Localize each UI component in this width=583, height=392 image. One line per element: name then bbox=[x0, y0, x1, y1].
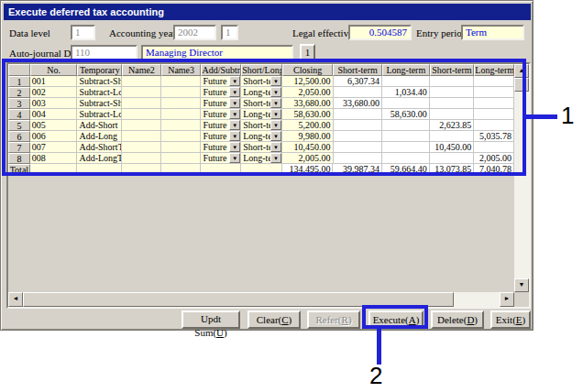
cell-long-term-2[interactable] bbox=[474, 98, 514, 109]
cell-short-term-1[interactable] bbox=[334, 153, 383, 164]
dropdown-arrow-icon[interactable]: ▼ bbox=[270, 87, 281, 97]
cell-long-term-2[interactable] bbox=[474, 87, 514, 98]
cell-add-subtract-dropdown[interactable]: Future add ▼ bbox=[201, 142, 241, 153]
cell-add-subtract-dropdown[interactable]: Future add ▼ bbox=[201, 153, 241, 164]
col-header-long-term-1[interactable]: Long-term bbox=[382, 64, 430, 76]
cell-closing[interactable]: 2,050.00 bbox=[282, 87, 334, 98]
cell-no[interactable]: 007 bbox=[30, 142, 78, 153]
dropdown-arrow-icon[interactable]: ▼ bbox=[229, 87, 240, 97]
cell-name3[interactable] bbox=[161, 109, 202, 120]
cell-add-subtract-dropdown[interactable]: Future add ▼ bbox=[201, 120, 241, 131]
col-header-short-long[interactable]: Short/Long-t bbox=[241, 64, 282, 76]
cell-short-long-dropdown[interactable]: Long-term ▼ bbox=[241, 87, 282, 98]
vertical-scroll-thumb[interactable] bbox=[514, 78, 529, 92]
row-header[interactable]: 1 bbox=[8, 76, 30, 87]
cell-short-term-1[interactable] bbox=[334, 120, 383, 131]
col-header-name2[interactable]: Name2 bbox=[122, 64, 161, 76]
dropdown-arrow-icon[interactable]: ▼ bbox=[270, 76, 281, 86]
cell-short-long-dropdown[interactable]: Short-term ▼ bbox=[241, 98, 282, 109]
cell-name2[interactable] bbox=[122, 131, 161, 142]
dropdown-arrow-icon[interactable]: ▼ bbox=[229, 120, 240, 130]
cell-long-term-2[interactable]: 2,005.00 bbox=[474, 153, 514, 164]
cell-long-term-2[interactable] bbox=[474, 120, 514, 131]
cell-add-subtract-dropdown[interactable]: Future add ▼ bbox=[201, 131, 241, 142]
cell-short-long-dropdown[interactable]: Long-term ▼ bbox=[241, 109, 282, 120]
cell-no[interactable]: 006 bbox=[30, 131, 78, 142]
cell-long-term-2[interactable] bbox=[474, 76, 514, 87]
cell-closing[interactable]: 58,630.00 bbox=[282, 109, 334, 120]
cell-short-term-2[interactable] bbox=[430, 87, 475, 98]
col-header-no[interactable]: No. bbox=[30, 64, 78, 76]
dropdown-arrow-icon[interactable]: ▼ bbox=[229, 109, 240, 119]
cell-long-term-1[interactable] bbox=[382, 131, 430, 142]
cell-short-long-dropdown[interactable]: Long-term ▼ bbox=[241, 153, 282, 164]
dropdown-arrow-icon[interactable]: ▼ bbox=[229, 153, 240, 163]
cell-name2[interactable] bbox=[122, 109, 161, 120]
cell-short-term-2[interactable]: 2,623.85 bbox=[430, 120, 475, 131]
exit-button[interactable]: Exit(E) bbox=[490, 310, 531, 329]
dept-lookup-button[interactable]: 1 bbox=[300, 44, 315, 60]
data-level-input[interactable]: 1 bbox=[71, 25, 95, 40]
cell-temporary[interactable]: Subtract-Shor bbox=[77, 98, 122, 109]
cell-short-term-2[interactable] bbox=[430, 131, 475, 142]
col-header-closing[interactable]: Closing bbox=[282, 64, 334, 76]
cell-temporary[interactable]: Add-Short bbox=[77, 120, 122, 131]
col-header-short-term-1[interactable]: Short-term bbox=[333, 64, 382, 76]
cell-short-term-1[interactable]: 6,307.34 bbox=[334, 76, 383, 87]
cell-temporary[interactable]: Add-LongTax bbox=[77, 153, 122, 164]
cell-name3[interactable] bbox=[161, 131, 202, 142]
cell-temporary[interactable]: Add-Long bbox=[77, 131, 122, 142]
cell-no[interactable]: 002 bbox=[30, 87, 78, 98]
dropdown-arrow-icon[interactable]: ▼ bbox=[270, 120, 281, 130]
cell-long-term-1[interactable] bbox=[382, 142, 430, 153]
cell-no[interactable]: 001 bbox=[30, 76, 78, 87]
horizontal-scrollbar[interactable]: ◄ ► bbox=[8, 292, 514, 307]
auto-journal-dept-code-input[interactable]: 110 bbox=[71, 45, 138, 60]
cell-name3[interactable] bbox=[161, 87, 202, 98]
cell-closing[interactable]: 9,980.00 bbox=[282, 131, 334, 142]
cell-add-subtract-dropdown[interactable]: Future sub ▼ bbox=[201, 98, 241, 109]
dropdown-arrow-icon[interactable]: ▼ bbox=[270, 98, 281, 108]
cell-long-term-1[interactable]: 58,630.00 bbox=[382, 109, 430, 120]
entry-period-field[interactable]: Term bbox=[461, 25, 524, 40]
cell-short-term-2[interactable]: 10,450.00 bbox=[430, 142, 475, 153]
updt-sum-button[interactable]: Updt Sum(U) bbox=[182, 310, 240, 329]
row-header[interactable]: 7 bbox=[8, 142, 30, 153]
cell-name2[interactable] bbox=[122, 153, 161, 164]
legal-effective-tax-field[interactable]: 0.504587 bbox=[348, 25, 412, 40]
cell-name3[interactable] bbox=[161, 120, 202, 131]
cell-name3[interactable] bbox=[161, 98, 202, 109]
dropdown-arrow-icon[interactable]: ▼ bbox=[270, 109, 281, 119]
dropdown-arrow-icon[interactable]: ▼ bbox=[229, 98, 240, 108]
dropdown-arrow-icon[interactable]: ▼ bbox=[229, 142, 240, 152]
col-header-name3[interactable]: Name3 bbox=[161, 64, 202, 76]
row-header[interactable]: 4 bbox=[8, 109, 30, 120]
cell-short-long-dropdown[interactable]: Short-term ▼ bbox=[241, 76, 282, 87]
title-bar[interactable]: Execute deferred tax accounting bbox=[4, 4, 531, 20]
scroll-up-icon[interactable]: ▲ bbox=[514, 64, 529, 78]
scroll-right-icon[interactable]: ► bbox=[500, 292, 514, 307]
cell-temporary[interactable]: Subtract-Long bbox=[77, 109, 122, 120]
horizontal-scroll-thumb[interactable] bbox=[23, 292, 454, 307]
cell-no[interactable]: 004 bbox=[30, 109, 78, 120]
cell-closing[interactable]: 33,680.00 bbox=[282, 98, 334, 109]
row-header[interactable]: 3 bbox=[8, 98, 30, 109]
cell-short-term-2[interactable] bbox=[430, 109, 475, 120]
cell-long-term-1[interactable]: 1,034.40 bbox=[382, 87, 430, 98]
accounting-period-input[interactable]: 1 bbox=[221, 25, 238, 40]
clear-button[interactable]: Clear(C) bbox=[248, 310, 301, 329]
cell-temporary[interactable]: Add-ShortTa bbox=[77, 142, 122, 153]
scroll-left-icon[interactable]: ◄ bbox=[8, 292, 23, 307]
cell-short-term-2[interactable] bbox=[430, 98, 475, 109]
cell-closing[interactable]: 5,200.00 bbox=[282, 120, 334, 131]
col-header-short-term-2[interactable]: Short-term bbox=[430, 64, 475, 76]
scroll-down-icon[interactable]: ▼ bbox=[514, 278, 529, 292]
row-header[interactable]: 8 bbox=[8, 153, 30, 164]
cell-short-long-dropdown[interactable]: Short-term ▼ bbox=[241, 142, 282, 153]
cell-name3[interactable] bbox=[161, 142, 202, 153]
cell-temporary[interactable]: Subtract-Long bbox=[77, 87, 122, 98]
cell-add-subtract-dropdown[interactable]: Future sub ▼ bbox=[201, 76, 241, 87]
accounting-year-input[interactable]: 2002 bbox=[173, 25, 216, 40]
row-header[interactable]: 6 bbox=[8, 131, 30, 142]
dropdown-arrow-icon[interactable]: ▼ bbox=[229, 131, 240, 141]
